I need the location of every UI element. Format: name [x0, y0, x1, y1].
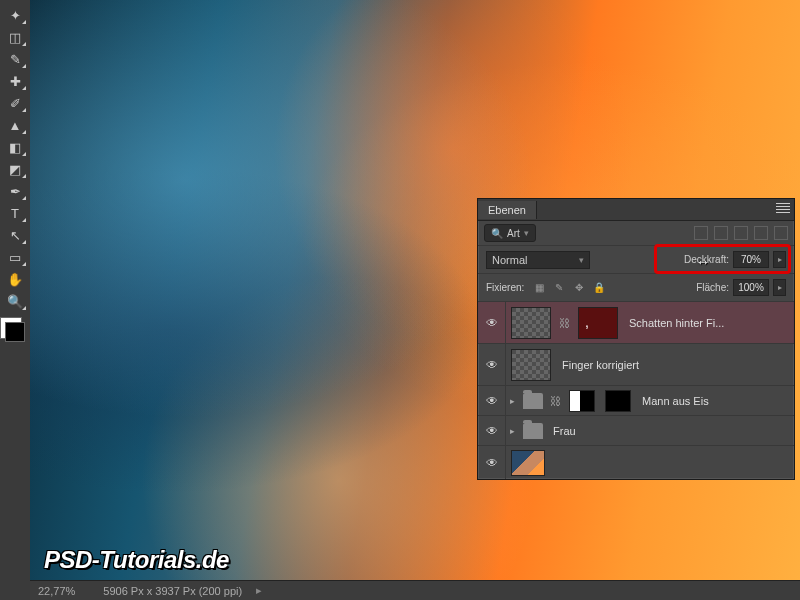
- layers-panel: Ebenen 🔍 Art ▾ Normal Deckkraft: 70% ▸ ↔…: [477, 198, 795, 480]
- lock-label: Fixieren:: [486, 282, 524, 293]
- tool-brush[interactable]: ✐: [3, 93, 27, 113]
- filter-pixel-icon[interactable]: [694, 226, 708, 240]
- layer-name[interactable]: Schatten hinter Fi...: [629, 317, 788, 329]
- lock-position-icon[interactable]: ✥: [572, 281, 586, 295]
- lock-transparent-icon[interactable]: ▦: [532, 281, 546, 295]
- color-swatch[interactable]: [5, 322, 25, 342]
- visibility-toggle[interactable]: 👁: [478, 446, 506, 479]
- group-mask-thumb[interactable]: [569, 390, 595, 412]
- tool-gradient[interactable]: ◩: [3, 159, 27, 179]
- tool-pen[interactable]: ✒: [3, 181, 27, 201]
- visibility-toggle[interactable]: 👁: [478, 386, 506, 415]
- layer-name[interactable]: Finger korrigiert: [562, 359, 788, 371]
- expand-toggle[interactable]: ▸: [510, 426, 515, 436]
- watermark-text: PSD-Tutorials.de: [44, 546, 229, 574]
- lock-pixels-icon[interactable]: ✎: [552, 281, 566, 295]
- tool-eraser[interactable]: ◧: [3, 137, 27, 157]
- search-icon: 🔍: [491, 228, 503, 239]
- fill-dropdown[interactable]: ▸: [773, 279, 786, 296]
- panel-menu-icon[interactable]: [776, 203, 790, 215]
- visibility-toggle[interactable]: 👁: [478, 344, 506, 385]
- blend-mode-select[interactable]: Normal: [486, 251, 590, 269]
- fill-control: Fläche: 100% ▸: [696, 279, 786, 296]
- layer-row[interactable]: 👁: [478, 445, 794, 479]
- tool-stamp[interactable]: ▲: [3, 115, 27, 135]
- layer-filter-label: Art: [507, 228, 520, 239]
- layer-filter-kind[interactable]: 🔍 Art ▾: [484, 224, 536, 242]
- layer-thumb[interactable]: [511, 349, 551, 381]
- layers-tab[interactable]: Ebenen: [478, 201, 537, 219]
- layer-name[interactable]: Mann aus Eis: [642, 395, 788, 407]
- tool-shape[interactable]: ▭: [3, 247, 27, 267]
- layer-thumb[interactable]: [511, 307, 551, 339]
- blend-opacity-row: Normal Deckkraft: 70% ▸ ↔: [478, 245, 794, 273]
- tool-crop[interactable]: ◫: [3, 27, 27, 47]
- fill-input[interactable]: 100%: [733, 279, 769, 296]
- layer-filter-bar: 🔍 Art ▾: [478, 221, 794, 245]
- tool-magic-wand[interactable]: ✦: [3, 5, 27, 25]
- layer-group-row[interactable]: 👁 ▸ ⛓ Mann aus Eis: [478, 385, 794, 415]
- folder-icon: [523, 423, 543, 439]
- mask-link-icon[interactable]: ⛓: [559, 317, 570, 329]
- lock-fill-row: Fixieren: ▦ ✎ ✥ 🔒 Fläche: 100% ▸: [478, 273, 794, 301]
- mask-link-icon[interactable]: ⛓: [550, 395, 561, 407]
- layer-mask-thumb[interactable]: [578, 307, 618, 339]
- visibility-toggle[interactable]: 👁: [478, 416, 506, 445]
- filter-type-icon[interactable]: [734, 226, 748, 240]
- layer-group-row[interactable]: 👁 ▸ Frau: [478, 415, 794, 445]
- tool-type[interactable]: T: [3, 203, 27, 223]
- folder-icon: [523, 393, 543, 409]
- tool-eyedropper[interactable]: ✎: [3, 49, 27, 69]
- opacity-dropdown[interactable]: ▸: [773, 251, 786, 268]
- layer-row[interactable]: 👁 ⛓ Schatten hinter Fi...: [478, 301, 794, 343]
- filter-adjust-icon[interactable]: [714, 226, 728, 240]
- filter-shape-icon[interactable]: [754, 226, 768, 240]
- status-bar: 22,77% 5906 Px x 3937 Px (200 ppi) ▸: [30, 580, 800, 600]
- layer-name[interactable]: Frau: [553, 425, 788, 437]
- layers-list: 👁 ⛓ Schatten hinter Fi... 👁 Finger korri…: [478, 301, 794, 479]
- lock-icons: ▦ ✎ ✥ 🔒: [532, 281, 606, 295]
- zoom-level[interactable]: 22,77%: [38, 585, 75, 597]
- tool-healing[interactable]: ✚: [3, 71, 27, 91]
- group-mask-thumb-2[interactable]: [605, 390, 631, 412]
- chevron-down-icon: ▾: [524, 228, 529, 238]
- tool-hand[interactable]: ✋: [3, 269, 27, 289]
- fill-label: Fläche:: [696, 282, 729, 293]
- layer-row[interactable]: 👁 Finger korrigiert: [478, 343, 794, 385]
- lock-all-icon[interactable]: 🔒: [592, 281, 606, 295]
- layer-thumb[interactable]: [511, 450, 545, 476]
- visibility-toggle[interactable]: 👁: [478, 302, 506, 343]
- tool-zoom[interactable]: 🔍: [3, 291, 27, 311]
- opacity-input[interactable]: 70%: [733, 251, 769, 268]
- blend-mode-value: Normal: [492, 254, 527, 266]
- panel-tab-bar: Ebenen: [478, 199, 794, 221]
- opacity-control: Deckkraft: 70% ▸: [684, 251, 786, 268]
- expand-toggle[interactable]: ▸: [510, 396, 515, 406]
- tool-path[interactable]: ↖: [3, 225, 27, 245]
- layer-filter-icons: [694, 226, 788, 240]
- filter-smart-icon[interactable]: [774, 226, 788, 240]
- document-dimensions: 5906 Px x 3937 Px (200 ppi): [103, 585, 242, 597]
- tools-toolbar: ✦ ◫ ✎ ✚ ✐ ▲ ◧ ◩ ✒ T ↖ ▭ ✋ 🔍: [0, 0, 30, 600]
- opacity-label: Deckkraft:: [684, 254, 729, 265]
- chevron-right-icon[interactable]: ▸: [256, 584, 262, 597]
